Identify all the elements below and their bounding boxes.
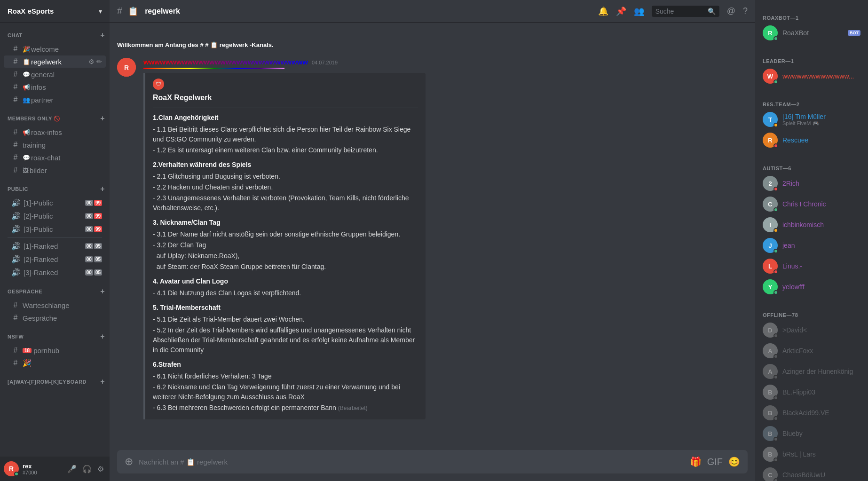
- hash-icon: #: [11, 95, 20, 104]
- member-ichbinkomisch[interactable]: I ichbinkomisch: [759, 214, 864, 235]
- keyboard-section-header[interactable]: [A]WAY-[F]ROM-[K]EYBOARD +: [0, 377, 110, 389]
- avatar: R: [4, 461, 19, 476]
- add-chat-channel-icon[interactable]: +: [99, 30, 106, 40]
- member-info: [16] Tim Müller Spielt FiveM 🎮: [782, 113, 860, 126]
- voice-badge: 00 05: [85, 243, 102, 249]
- embed-separator: [153, 108, 418, 108]
- search-box[interactable]: 🔍: [652, 6, 719, 17]
- user-info: rex #7000: [23, 463, 62, 475]
- voice-channel-3-public[interactable]: 🔊 [3]-Public 00 99: [4, 223, 106, 236]
- channel-item-training[interactable]: # training: [4, 139, 106, 151]
- at-icon[interactable]: @: [727, 6, 735, 16]
- hash-icon: #: [11, 45, 20, 53]
- status-dot: [773, 457, 778, 462]
- public-label: PUBLIC: [8, 186, 28, 192]
- channel-item-regelwerk[interactable]: # 📋 regelwerk ⚙ ✏: [4, 55, 106, 68]
- search-input[interactable]: [655, 8, 705, 15]
- channel-item-bilder[interactable]: # 🖼 bilder: [4, 164, 106, 176]
- member-azinger[interactable]: A Azinger der Hunenkönig: [759, 361, 864, 382]
- emoji-icon[interactable]: 😊: [728, 456, 740, 467]
- avatar: B: [763, 426, 778, 441]
- edit-icon[interactable]: ✏: [96, 58, 102, 65]
- chat-section-header[interactable]: CHAT +: [0, 30, 110, 42]
- help-icon[interactable]: ?: [743, 6, 748, 16]
- avatar: D: [763, 323, 778, 338]
- channel-item-gesprache[interactable]: # Gespräche: [4, 312, 106, 324]
- nsfw-section-header[interactable]: NSFW +: [0, 331, 110, 344]
- add-message-icon[interactable]: ⊕: [125, 450, 133, 473]
- avatar: A: [763, 343, 778, 358]
- member-name: >David<: [782, 326, 860, 334]
- member-roaxbot[interactable]: R RoaXBot BOT: [759, 23, 864, 43]
- speaker-icon: 🔊: [11, 225, 21, 234]
- members-only-section-header[interactable]: MEMBERS ONLY 🚫 +: [0, 113, 110, 126]
- voice-channel-1-ranked[interactable]: 🔊 [1]-Ranked 00 05: [4, 240, 106, 252]
- gift-icon[interactable]: 🎁: [690, 456, 702, 467]
- embed-line: - 6.1 Nicht förderliches Verhalten: 3 Ta…: [153, 371, 418, 381]
- member-name: yelowfff: [782, 283, 860, 291]
- channel-item-welcome[interactable]: # 🎉 welcome: [4, 43, 106, 55]
- channel-item-emoji[interactable]: # 🎉: [4, 357, 106, 369]
- member-chaosboiuwu[interactable]: C ChaosBöiUwU: [759, 465, 864, 481]
- settings-icon[interactable]: ⚙: [88, 58, 95, 65]
- gesprache-section-header[interactable]: GESPRÄCHE +: [0, 286, 110, 299]
- members-icon[interactable]: 👥: [634, 6, 644, 16]
- headphones-icon[interactable]: 🎧: [80, 463, 94, 475]
- gif-icon[interactable]: GIF: [707, 457, 723, 467]
- channel-item-roax-chat[interactable]: # 💬 roax-chat: [4, 151, 106, 164]
- voice-channel-name: [1]-Ranked: [24, 242, 85, 250]
- add-gesprache-icon[interactable]: +: [99, 286, 106, 297]
- member-blflippi[interactable]: B BL.Flippi03: [759, 382, 864, 402]
- channel-item-partner[interactable]: # 👥 partner: [4, 94, 106, 106]
- public-section-header[interactable]: PUBLIC +: [0, 184, 110, 196]
- channel-item-general[interactable]: # 💬 general: [4, 68, 106, 80]
- status-dot: [773, 79, 778, 84]
- channel-item-warteschlange[interactable]: # Warteschlange: [4, 299, 106, 311]
- member-rescuee[interactable]: R Rescuee: [759, 130, 864, 150]
- hash-icon: #: [11, 70, 20, 79]
- add-public-channel-icon[interactable]: +: [99, 184, 106, 194]
- embed-heading-3: 3. Nickname/Clan Tag: [153, 218, 418, 228]
- member-2rich[interactable]: 2 2Rich: [759, 173, 864, 194]
- status-dot: [773, 187, 778, 191]
- speaker-icon: 🔊: [11, 268, 21, 277]
- microphone-icon[interactable]: 🎤: [65, 463, 79, 475]
- member-blackacid[interactable]: B BlackAcid99.VE: [759, 402, 864, 423]
- add-nsfw-icon[interactable]: +: [99, 331, 106, 342]
- add-members-channel-icon[interactable]: +: [99, 113, 106, 124]
- channel-item-infos[interactable]: # 📢 infos: [4, 81, 106, 93]
- member-david[interactable]: D >David<: [759, 320, 864, 340]
- avatar: B: [763, 405, 778, 420]
- speaker-icon: 🔊: [11, 198, 21, 207]
- channel-item-pornhub[interactable]: # 18 pornhub: [4, 344, 106, 356]
- member-linus[interactable]: L Linus.-: [759, 256, 864, 276]
- member-chris-chronic[interactable]: C Chris I Chronic: [759, 194, 864, 214]
- chat-section-label: CHAT: [8, 32, 23, 38]
- add-keyboard-icon[interactable]: +: [99, 377, 106, 387]
- bell-icon[interactable]: 🔔: [598, 6, 608, 16]
- channel-name-emoji: 🎉: [23, 359, 102, 367]
- hash-icon: #: [11, 57, 20, 66]
- embed-author: 🛡: [153, 79, 418, 90]
- member-yelowfff[interactable]: Y yelowfff: [759, 276, 864, 297]
- settings-icon[interactable]: ⚙: [95, 463, 106, 475]
- member-tim-muller[interactable]: T [16] Tim Müller Spielt FiveM 🎮: [759, 109, 864, 130]
- voice-channel-2-public[interactable]: 🔊 [2]-Public 00 99: [4, 210, 106, 222]
- hash-icon: #: [11, 359, 20, 367]
- member-brsl-lars[interactable]: B bRsL | Lars: [759, 444, 864, 465]
- hash-icon: #: [11, 83, 20, 91]
- channel-item-roax-infos[interactable]: # 📢 roax-infos: [4, 126, 106, 138]
- pin-icon[interactable]: 📌: [616, 6, 626, 16]
- member-jean[interactable]: J jean: [759, 235, 864, 256]
- voice-channel-1-public[interactable]: 🔊 [1]-Public 00 99: [4, 197, 106, 209]
- member-arkticfoxx[interactable]: A ArkticFoxx: [759, 340, 864, 361]
- voice-channel-2-ranked[interactable]: 🔊 [2]-Ranked 00 05: [4, 253, 106, 266]
- server-header[interactable]: RoaX eSports ▾: [0, 0, 110, 23]
- chat-text-input[interactable]: [139, 452, 684, 472]
- member-leader[interactable]: W wwwwwwwwwwwwww...: [759, 66, 864, 87]
- embed-line: - 1.1 Bei Beitritt dieses Clans verpflic…: [153, 125, 418, 144]
- voice-channel-3-ranked[interactable]: 🔊 [3]-Ranked 00 05: [4, 266, 106, 279]
- user-discriminator: #7000: [23, 470, 62, 475]
- member-blueby[interactable]: B Blueby: [759, 423, 864, 444]
- hash-icon: #: [11, 128, 20, 136]
